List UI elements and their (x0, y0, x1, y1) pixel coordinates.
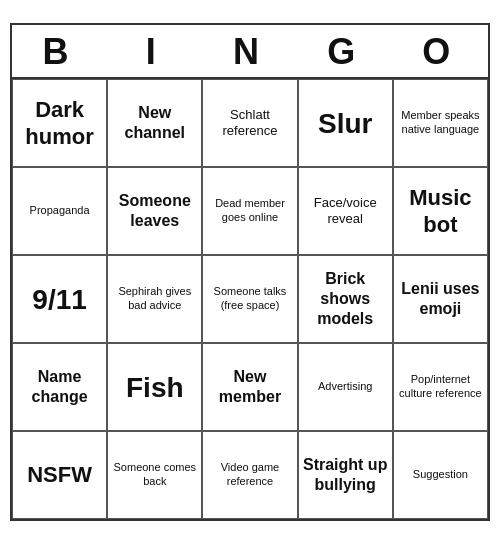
cell-2-3: Dead member goes online (202, 167, 297, 255)
cell-5-2: Someone comes back (107, 431, 202, 519)
cell-5-4: Straight up bullying (298, 431, 393, 519)
cell-3-5: Lenii uses emoji (393, 255, 488, 343)
cell-3-1: 9/11 (12, 255, 107, 343)
bingo-card: B I N G O Dark humor New channel Schlatt… (10, 23, 490, 521)
title-letter-n: N (206, 31, 294, 73)
cell-1-2: New channel (107, 79, 202, 167)
cell-4-5: Pop/internet culture reference (393, 343, 488, 431)
cell-1-1: Dark humor (12, 79, 107, 167)
cell-5-1: NSFW (12, 431, 107, 519)
cell-3-4: Brick shows models (298, 255, 393, 343)
cell-3-2: Sephirah gives bad advice (107, 255, 202, 343)
cell-4-4: Advertising (298, 343, 393, 431)
title-letter-o: O (396, 31, 484, 73)
cell-4-1: Name change (12, 343, 107, 431)
cell-2-4: Face/voice reveal (298, 167, 393, 255)
title-letter-i: I (111, 31, 199, 73)
cell-5-3: Video game reference (202, 431, 297, 519)
cell-2-2: Someone leaves (107, 167, 202, 255)
bingo-title: B I N G O (12, 25, 488, 77)
cell-1-5: Member speaks native language (393, 79, 488, 167)
title-letter-b: B (16, 31, 104, 73)
cell-5-5: Suggestion (393, 431, 488, 519)
bingo-grid: Dark humor New channel Schlatt reference… (12, 77, 488, 519)
cell-1-3: Schlatt reference (202, 79, 297, 167)
cell-1-4: Slur (298, 79, 393, 167)
cell-2-5: Music bot (393, 167, 488, 255)
cell-4-2: Fish (107, 343, 202, 431)
cell-4-3: New member (202, 343, 297, 431)
cell-3-3: Someone talks (free space) (202, 255, 297, 343)
title-letter-g: G (301, 31, 389, 73)
cell-2-1: Propaganda (12, 167, 107, 255)
